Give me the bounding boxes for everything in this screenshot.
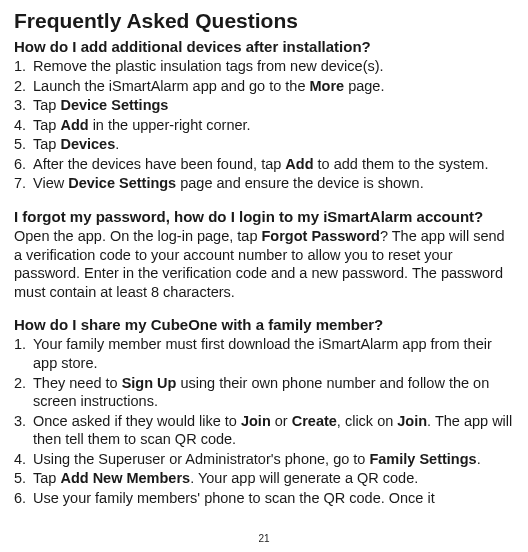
list-number: 3. [14,412,26,431]
bold-text: Create [292,413,337,429]
bold-text: Sign Up [122,375,177,391]
page-number: 21 [0,533,528,546]
list-number: 4. [14,450,26,469]
list-item: 3.Once asked if they would like to Join … [14,412,514,449]
list-item: 4.Using the Superuser or Administrator's… [14,450,514,469]
faq-question-1: How do I add additional devices after in… [14,37,514,56]
bold-text: Join [241,413,271,429]
step-text: They need to [33,375,122,391]
step-text: page and ensure the device is shown. [176,175,423,191]
list-number: 1. [14,57,26,76]
bold-text: Forgot Password [261,228,379,244]
list-number: 5. [14,469,26,488]
bold-text: Add [60,117,88,133]
list-item: 6.After the devices have been found, tap… [14,155,514,174]
list-item: 1.Your family member must first download… [14,335,514,372]
list-number: 2. [14,374,26,393]
step-text: . Your app will generate a QR code. [190,470,418,486]
list-number: 6. [14,155,26,174]
step-text: Launch the iSmartAlarm app and go to the [33,78,309,94]
list-item: 3.Tap Device Settings [14,96,514,115]
bold-text: Add [285,156,313,172]
step-text: Tap [33,97,60,113]
list-number: 3. [14,96,26,115]
step-text: in the upper-right corner. [89,117,251,133]
bold-text: Device Settings [68,175,176,191]
list-item: 7.View Device Settings page and ensure t… [14,174,514,193]
list-item: 5.Tap Devices. [14,135,514,154]
list-number: 5. [14,135,26,154]
step-text: , click on [337,413,397,429]
faq-answer-2: Open the app. On the log-in page, tap Fo… [14,227,514,301]
list-item: 1.Remove the plastic insulation tags fro… [14,57,514,76]
faq-answer-list-1: 1.Remove the plastic insulation tags fro… [14,57,514,193]
list-number: 1. [14,335,26,354]
step-text: Using the Superuser or Administrator's p… [33,451,369,467]
step-text: View [33,175,68,191]
step-text: . [477,451,481,467]
step-text: Tap [33,470,60,486]
step-text: Your family member must first download t… [33,336,492,371]
step-text: Use your family members' phone to scan t… [33,490,435,506]
bold-text: Join [397,413,427,429]
list-item: 2.Launch the iSmartAlarm app and go to t… [14,77,514,96]
step-text: Tap [33,117,60,133]
step-text: to add them to the system. [314,156,489,172]
bold-text: Device Settings [60,97,168,113]
list-item: 5.Tap Add New Members. Your app will gen… [14,469,514,488]
step-text: Remove the plastic insulation tags from … [33,58,384,74]
bold-text: More [309,78,344,94]
bold-text: Add New Members [60,470,190,486]
faq-answer-list-3: 1.Your family member must first download… [14,335,514,507]
step-text: Once asked if they would like to [33,413,241,429]
step-text: After the devices have been found, tap [33,156,285,172]
step-text: Tap [33,136,60,152]
list-item: 4.Tap Add in the upper-right corner. [14,116,514,135]
faq-question-3: How do I share my CubeOne with a family … [14,315,514,334]
list-item: 6.Use your family members' phone to scan… [14,489,514,508]
step-text: or [271,413,292,429]
answer-text: Open the app. On the log-in page, tap [14,228,261,244]
list-number: 6. [14,489,26,508]
bold-text: Family Settings [369,451,476,467]
list-number: 7. [14,174,26,193]
page-title: Frequently Asked Questions [14,8,514,35]
step-text: . [115,136,119,152]
bold-text: Devices [60,136,115,152]
faq-question-2: I forgot my password, how do I login to … [14,207,514,226]
list-number: 2. [14,77,26,96]
step-text: page. [344,78,384,94]
list-number: 4. [14,116,26,135]
list-item: 2.They need to Sign Up using their own p… [14,374,514,411]
